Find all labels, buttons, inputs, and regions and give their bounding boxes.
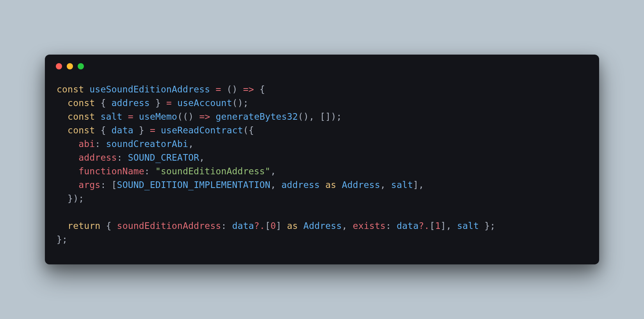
code-line-11: }; [57, 234, 68, 245]
code-line-4: const { data } = useReadContract({ [57, 125, 254, 135]
code-window: const useSoundEditionAddress = () => { c… [45, 55, 599, 264]
code-line-10: return { soundEditionAddress: data?.[0] … [57, 221, 495, 231]
close-icon[interactable] [56, 63, 62, 69]
code-line-2: const { address } = useAccount(); [57, 98, 249, 108]
code-line-8: args: [SOUND_EDITION_IMPLEMENTATION, add… [57, 180, 424, 190]
minimize-icon[interactable] [67, 63, 73, 69]
maximize-icon[interactable] [78, 63, 84, 69]
code-line-7: functionName: "soundEditionAddress", [57, 166, 276, 176]
code-line-9: }); [57, 193, 84, 204]
code-line-6: address: SOUND_CREATOR, [57, 152, 205, 163]
code-line-3: const salt = useMemo(() => generateBytes… [57, 112, 342, 122]
code-line-5: abi: soundCreatorAbi, [57, 139, 194, 149]
window-titlebar [45, 55, 599, 73]
code-block: const useSoundEditionAddress = () => { c… [45, 73, 599, 250]
code-line-1: const useSoundEditionAddress = () => { [57, 84, 265, 94]
